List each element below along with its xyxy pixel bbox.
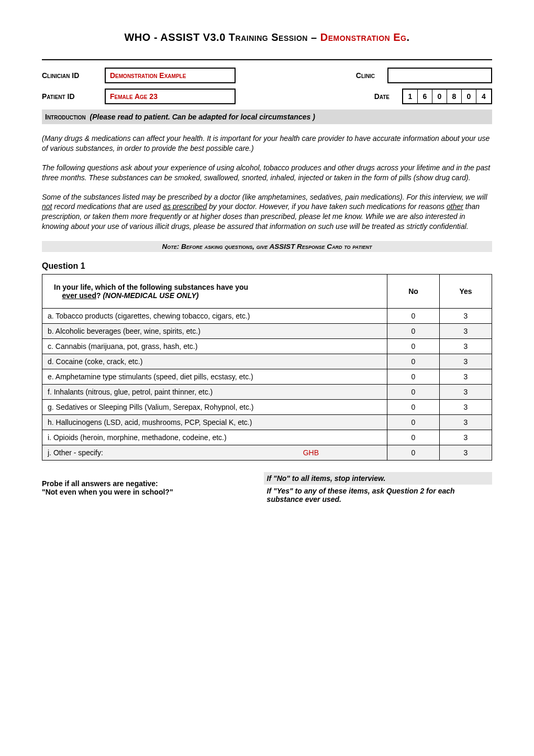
p3u1: not: [42, 202, 52, 211]
probe-line-2: "Not even when you were in school?": [42, 488, 249, 496]
table-row-other: j. Other - specify: GHB 0 3: [42, 445, 492, 461]
row-yes[interactable]: 3: [440, 339, 492, 354]
intro-label: Introduction: [45, 113, 86, 121]
row-yes[interactable]: 3: [440, 369, 492, 385]
table-row: c. Cannabis (marijuana, pot, grass, hash…: [42, 339, 492, 354]
question-1-heading: Question 1: [42, 261, 492, 271]
intro-para-2: The following questions ask about your e…: [42, 163, 492, 183]
patient-label: Patient ID: [42, 92, 99, 101]
other-label: j. Other - specify:: [48, 448, 103, 457]
footer-probe: Probe if all answers are negative: "Not …: [42, 472, 249, 506]
date-cell: 0: [432, 90, 447, 103]
row-yes[interactable]: 3: [440, 400, 492, 415]
row-label: g. Sedatives or Sleeping Pills (Valium, …: [42, 400, 387, 415]
patient-row: Patient ID Female Age 23 Date 1 6 0 8 0 …: [42, 89, 492, 104]
p3b: record medications that are used: [52, 202, 163, 211]
row-label: h. Hallucinogens (LSD, acid, mushrooms, …: [42, 415, 387, 430]
q1-col-no: No: [387, 275, 440, 309]
other-cell: j. Other - specify: GHB: [42, 445, 387, 461]
row-yes[interactable]: 3: [440, 430, 492, 445]
title-main: WHO - ASSIST V3.0 Training Session –: [124, 31, 320, 43]
table-row: a. Tobacco products (cigarettes, chewing…: [42, 309, 492, 324]
date-cell: 6: [418, 90, 432, 103]
date-label: Date: [374, 92, 390, 101]
clinic-label: Clinic: [356, 71, 375, 80]
clinic-field[interactable]: [387, 68, 492, 83]
row-label: d. Cocaine (coke, crack, etc.): [42, 354, 387, 369]
q1-hem: (NON-MEDICAL USE ONLY): [103, 291, 198, 300]
table-row: i. Opioids (heroin, morphine, methadone,…: [42, 430, 492, 445]
row-no[interactable]: 0: [387, 400, 440, 415]
date-cell: 8: [447, 90, 462, 103]
row-yes[interactable]: 3: [440, 309, 492, 324]
q1-hb: ?: [96, 291, 103, 300]
table-row: e. Amphetamine type stimulants (speed, d…: [42, 369, 492, 385]
p3a: Some of the substances listed may be pre…: [42, 193, 487, 201]
row-yes[interactable]: 3: [440, 354, 492, 369]
patient-id-value: Female Age 23: [110, 92, 158, 101]
probe-line-1: Probe if all answers are negative:: [42, 479, 249, 488]
introduction-band: Introduction (Please read to patient. Ca…: [42, 109, 492, 124]
row-yes[interactable]: 3: [440, 324, 492, 339]
patient-id-field[interactable]: Female Age 23: [105, 89, 236, 104]
p3c: by your doctor. However, if you have tak…: [207, 202, 447, 211]
date-field[interactable]: 1 6 0 8 0 4: [402, 89, 492, 104]
p3u3: other: [447, 202, 463, 211]
table-row: g. Sedatives or Sleeping Pills (Valium, …: [42, 400, 492, 415]
q1-header-text: In your life, which of the following sub…: [42, 275, 387, 309]
row-label: b. Alcoholic beverages (beer, wine, spir…: [42, 324, 387, 339]
row-no[interactable]: 0: [387, 339, 440, 354]
clinician-id-field[interactable]: Demonstration Example: [105, 68, 236, 83]
table-row: d. Cocaine (coke, crack, etc.)03: [42, 354, 492, 369]
clinician-row: Clinician ID Demonstration Example Clini…: [42, 68, 492, 83]
row-no[interactable]: 0: [387, 369, 440, 385]
intro-para-1: (Many drugs & medications can affect you…: [42, 134, 492, 154]
p3u2: as prescribed: [163, 202, 207, 211]
title-red: Demonstration Eg: [320, 31, 407, 43]
date-cell: 0: [462, 90, 476, 103]
row-label: a. Tobacco products (cigarettes, chewing…: [42, 309, 387, 324]
row-yes[interactable]: 3: [440, 385, 492, 400]
row-yes[interactable]: 3: [440, 415, 492, 430]
date-cell: 1: [403, 90, 418, 103]
clinician-label: Clinician ID: [42, 71, 99, 80]
row-no[interactable]: 0: [387, 354, 440, 369]
row-label: c. Cannabis (marijuana, pot, grass, hash…: [42, 339, 387, 354]
table-row: b. Alcoholic beverages (beer, wine, spir…: [42, 324, 492, 339]
row-label: i. Opioids (heroin, morphine, methadone,…: [42, 430, 387, 445]
date-cell: 4: [476, 90, 491, 103]
title-divider: [42, 59, 492, 60]
clinician-id-value: Demonstration Example: [110, 71, 186, 80]
q1-hu: ever used: [62, 291, 96, 300]
footer-yes-instruction: If "Yes" to any of these items, ask Ques…: [264, 485, 492, 506]
intro-text: (Please read to patient. Can be adapted …: [90, 113, 315, 121]
row-no[interactable]: 0: [387, 445, 440, 461]
q1-col-yes: Yes: [440, 275, 492, 309]
row-no[interactable]: 0: [387, 385, 440, 400]
row-label: f. Inhalants (nitrous, glue, petrol, pai…: [42, 385, 387, 400]
row-no[interactable]: 0: [387, 430, 440, 445]
q1-ha: In your life, which of the following sub…: [54, 283, 248, 291]
row-no[interactable]: 0: [387, 324, 440, 339]
row-no[interactable]: 0: [387, 415, 440, 430]
intro-para-3: Some of the substances listed may be pre…: [42, 192, 492, 232]
table-row: f. Inhalants (nitrous, glue, petrol, pai…: [42, 385, 492, 400]
note-band: Note: Before asking questions, give ASSI…: [42, 241, 492, 252]
footer-instructions: If "No" to all items, stop interview. If…: [264, 472, 492, 506]
footer-no-instruction: If "No" to all items, stop interview.: [264, 472, 492, 485]
title-dot: .: [406, 31, 409, 43]
row-yes[interactable]: 3: [440, 445, 492, 461]
row-label: e. Amphetamine type stimulants (speed, d…: [42, 369, 387, 385]
page-title: WHO - ASSIST V3.0 Training Session – Dem…: [42, 31, 492, 43]
question-1-table: In your life, which of the following sub…: [42, 274, 492, 461]
other-value[interactable]: GHB: [303, 448, 319, 457]
footer: Probe if all answers are negative: "Not …: [42, 472, 492, 506]
row-no[interactable]: 0: [387, 309, 440, 324]
table-row: h. Hallucinogens (LSD, acid, mushrooms, …: [42, 415, 492, 430]
